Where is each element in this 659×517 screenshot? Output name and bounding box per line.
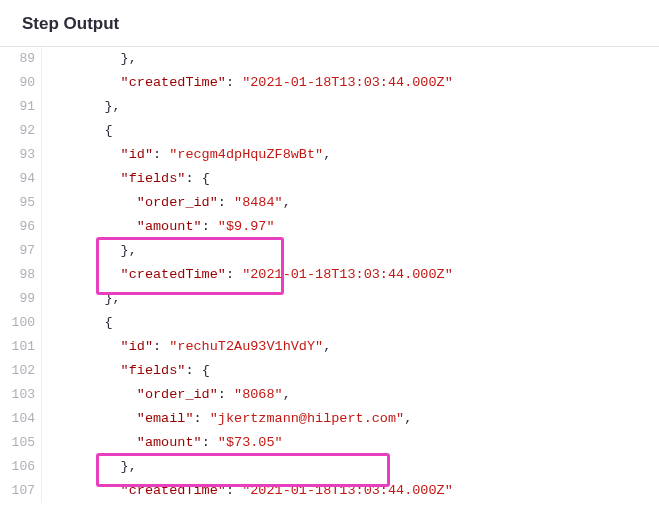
code-content: "createdTime": "2021-01-18T13:03:44.000Z… (42, 71, 453, 95)
code-content: "id": "recgm4dpHquZF8wBt", (42, 143, 331, 167)
json-key: "order_id" (137, 195, 218, 210)
line-number: 89 (0, 47, 42, 71)
json-punct: : (153, 147, 169, 162)
json-key: "id" (121, 339, 153, 354)
json-punct: }, (121, 459, 137, 474)
json-punct: : (226, 267, 242, 282)
code-line: 89 }, (0, 47, 659, 71)
code-line: 103 "order_id": "8068", (0, 383, 659, 407)
json-punct: : (185, 171, 201, 186)
json-punct: : (202, 435, 218, 450)
json-punct: : (218, 195, 234, 210)
line-number: 98 (0, 263, 42, 287)
json-punct: }, (121, 51, 137, 66)
line-number: 105 (0, 431, 42, 455)
json-punct: , (404, 411, 412, 426)
line-number: 90 (0, 71, 42, 95)
json-string: "2021-01-18T13:03:44.000Z" (242, 75, 453, 90)
json-string: "jkertzmann@hilpert.com" (210, 411, 404, 426)
code-content: }, (42, 239, 137, 263)
line-number: 95 (0, 191, 42, 215)
code-line: 92 { (0, 119, 659, 143)
line-number: 91 (0, 95, 42, 119)
panel-title: Step Output (22, 14, 119, 33)
json-string: "2021-01-18T13:03:44.000Z" (242, 483, 453, 498)
code-content: }, (42, 47, 137, 71)
json-punct: }, (104, 291, 120, 306)
json-string: "$73.05" (218, 435, 283, 450)
json-punct: { (202, 363, 210, 378)
json-punct: { (104, 315, 112, 330)
code-content: "order_id": "8484", (42, 191, 291, 215)
json-key: "createdTime" (121, 75, 226, 90)
json-punct: : (153, 339, 169, 354)
code-line: 100 { (0, 311, 659, 335)
json-punct: , (323, 339, 331, 354)
json-key: "createdTime" (121, 483, 226, 498)
line-number: 92 (0, 119, 42, 143)
code-content: }, (42, 95, 121, 119)
json-punct: : (218, 387, 234, 402)
code-line: 98 "createdTime": "2021-01-18T13:03:44.0… (0, 263, 659, 287)
json-key: "fields" (121, 363, 186, 378)
json-punct: }, (121, 243, 137, 258)
json-punct: : (202, 219, 218, 234)
code-line: 93 "id": "recgm4dpHquZF8wBt", (0, 143, 659, 167)
json-key: "fields" (121, 171, 186, 186)
json-punct: { (202, 171, 210, 186)
json-key: "id" (121, 147, 153, 162)
code-content: "email": "jkertzmann@hilpert.com", (42, 407, 412, 431)
json-string: "rechuT2Au93V1hVdY" (169, 339, 323, 354)
line-number: 100 (0, 311, 42, 335)
json-string: "8068" (234, 387, 283, 402)
line-number: 107 (0, 479, 42, 503)
line-number: 102 (0, 359, 42, 383)
json-string: "8484" (234, 195, 283, 210)
json-punct: , (283, 195, 291, 210)
code-line: 106 }, (0, 455, 659, 479)
code-line: 90 "createdTime": "2021-01-18T13:03:44.0… (0, 71, 659, 95)
code-line: 94 "fields": { (0, 167, 659, 191)
json-key: "order_id" (137, 387, 218, 402)
json-punct: : (226, 483, 242, 498)
json-string: "2021-01-18T13:03:44.000Z" (242, 267, 453, 282)
code-line: 101 "id": "rechuT2Au93V1hVdY", (0, 335, 659, 359)
code-viewer: 89 },90 "createdTime": "2021-01-18T13:03… (0, 47, 659, 503)
panel-header: Step Output (0, 0, 659, 47)
line-number: 93 (0, 143, 42, 167)
code-content: }, (42, 455, 137, 479)
line-number: 97 (0, 239, 42, 263)
code-content: "createdTime": "2021-01-18T13:03:44.000Z… (42, 263, 453, 287)
code-line: 95 "order_id": "8484", (0, 191, 659, 215)
code-line: 102 "fields": { (0, 359, 659, 383)
line-number: 103 (0, 383, 42, 407)
line-number: 99 (0, 287, 42, 311)
json-key: "amount" (137, 219, 202, 234)
line-number: 106 (0, 455, 42, 479)
code-line: 91 }, (0, 95, 659, 119)
code-content: { (42, 311, 113, 335)
json-punct: , (283, 387, 291, 402)
code-content: }, (42, 287, 121, 311)
line-number: 96 (0, 215, 42, 239)
code-line: 104 "email": "jkertzmann@hilpert.com", (0, 407, 659, 431)
code-content: "fields": { (42, 167, 210, 191)
json-punct: }, (104, 99, 120, 114)
code-content: "order_id": "8068", (42, 383, 291, 407)
code-content: "id": "rechuT2Au93V1hVdY", (42, 335, 331, 359)
json-punct: , (323, 147, 331, 162)
code-line: 96 "amount": "$9.97" (0, 215, 659, 239)
code-content: "amount": "$73.05" (42, 431, 283, 455)
line-number: 94 (0, 167, 42, 191)
line-number: 104 (0, 407, 42, 431)
json-punct: : (185, 363, 201, 378)
json-punct: { (104, 123, 112, 138)
code-line: 107 "createdTime": "2021-01-18T13:03:44.… (0, 479, 659, 503)
json-key: "createdTime" (121, 267, 226, 282)
json-punct: : (226, 75, 242, 90)
json-punct: : (194, 411, 210, 426)
code-line: 97 }, (0, 239, 659, 263)
json-string: "recgm4dpHquZF8wBt" (169, 147, 323, 162)
code-content: { (42, 119, 113, 143)
code-content: "createdTime": "2021-01-18T13:03:44.000Z… (42, 479, 453, 503)
